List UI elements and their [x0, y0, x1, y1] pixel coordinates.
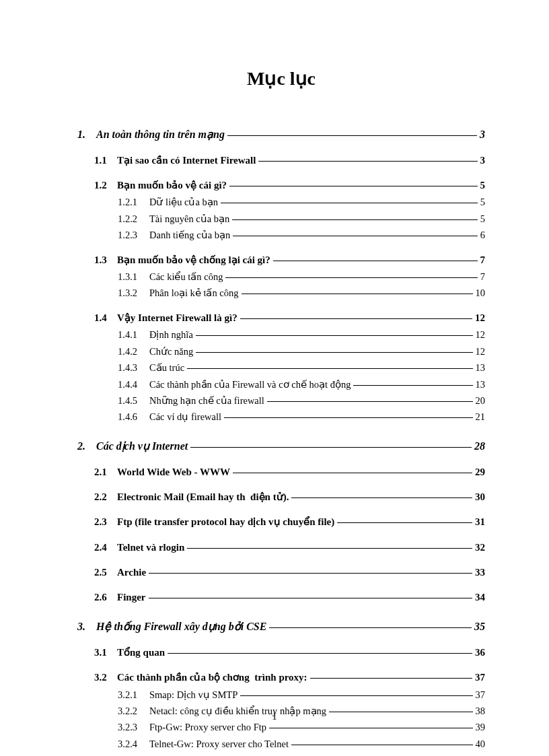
toc-leader: [337, 522, 472, 523]
toc-entry: 2.2Electronic Mail (Email hay th điện tử…: [77, 489, 485, 505]
toc-entry-page: 37: [475, 670, 485, 685]
toc-entry-number: 1.4.6: [118, 409, 149, 424]
toc-entry-label: Dữ liệu của bạn: [149, 195, 218, 209]
toc-entry-page: 40: [476, 736, 486, 751]
toc-entry-page: 5: [480, 178, 486, 193]
toc-entry-number: 1.3.1: [118, 269, 149, 284]
toc-entry-page: 33: [475, 565, 485, 580]
toc-leader: [269, 728, 473, 728]
toc-entry-label: Danh tiếng của bạn: [149, 228, 230, 242]
toc-entry-label: Tại sao cần có Internet Firewall: [117, 153, 256, 168]
toc-entry-number: 1.: [77, 127, 96, 143]
toc-entry-page: 37: [476, 687, 486, 702]
toc-entry-label: Smap: Dịch vụ SMTP: [149, 687, 237, 702]
toc-entry-page: 7: [480, 269, 485, 284]
toc-entry-number: 1.4.2: [118, 344, 149, 359]
toc-entry-label: Tổng quan: [117, 645, 165, 660]
toc-entry-page: 3: [480, 153, 486, 168]
toc-leader: [168, 653, 472, 654]
toc-entry-label: An toàn thông tin trên mạng: [96, 127, 225, 143]
toc-entry-number: 2.3: [94, 514, 117, 530]
toc-entry: 1.3.2Phân loại kẻ tấn công10: [77, 285, 485, 300]
toc-entry-page: 21: [476, 409, 486, 424]
toc-entry-label: Bạn muốn bảo vệ cái gì?: [117, 178, 227, 193]
toc-entry: 2.5Archie33: [77, 565, 485, 580]
table-of-contents: 1. An toàn thông tin trên mạng31.1Tại sa…: [77, 127, 485, 756]
toc-entry: 1.4.4Các thành phần của Firewall và cơ c…: [77, 377, 485, 392]
toc-entry: 1.2Bạn muốn bảo vệ cái gì?5: [77, 178, 485, 193]
toc-entry-label: Ftp (file transfer protocol hay dịch vụ …: [117, 514, 334, 530]
toc-entry-number: 1.1: [94, 153, 117, 168]
toc-entry-label: Finger: [117, 590, 146, 605]
toc-leader: [196, 352, 472, 353]
toc-entry-number: 1.2: [94, 178, 117, 193]
toc-entry-number: 2.: [77, 438, 96, 455]
toc-entry-page: 10: [476, 285, 486, 300]
toc-entry-page: 41: [476, 753, 486, 756]
toc-leader: [233, 236, 478, 236]
toc-leader: [258, 161, 477, 162]
toc-entry-label: Định nghĩa: [149, 327, 193, 342]
toc-entry: 3.2.1Smap: Dịch vụ SMTP37: [77, 687, 485, 702]
toc-leader: [267, 401, 473, 402]
toc-entry-number: 3.2.1: [118, 687, 149, 702]
toc-entry-page: 31: [475, 514, 485, 530]
toc-leader: [224, 417, 472, 418]
toc-entry-page: 7: [480, 252, 486, 268]
toc-leader: [232, 219, 477, 220]
toc-entry-number: 3.: [77, 619, 96, 635]
toc-entry-page: 13: [476, 360, 486, 375]
toc-leader: [242, 294, 473, 294]
toc-entry-label: Vậy Internet Firewall là gì?: [117, 310, 237, 326]
toc-entry: 2.4Telnet và rlogin32: [77, 540, 485, 555]
toc-entry: 1. An toàn thông tin trên mạng3: [77, 127, 485, 143]
toc-entry-label: Hệ thống Firewall xây dựng bởi CSE: [96, 619, 266, 635]
toc-leader: [225, 277, 477, 278]
toc-entry: 1.1Tại sao cần có Internet Firewall3: [77, 153, 485, 168]
toc-entry-page: 30: [475, 489, 485, 505]
toc-entry-page: 12: [476, 327, 486, 342]
toc-leader: [269, 627, 472, 628]
toc-entry: 3.2.4Telnet-Gw: Proxy server cho Telnet4…: [77, 736, 485, 751]
toc-entry-label: Chức năng: [149, 344, 193, 359]
toc-leader: [149, 598, 473, 598]
toc-entry-label: Các dịch vụ Internet: [96, 438, 188, 455]
toc-leader: [291, 497, 472, 498]
toc-entry-number: 1.3: [94, 252, 117, 268]
toc-entry-number: 3.2: [94, 670, 117, 685]
page-title: Mục lục: [77, 67, 485, 90]
toc-entry: 3.2Các thành phần của bộ chơng trình pro…: [77, 670, 485, 685]
toc-entry-page: 3: [480, 127, 485, 143]
toc-entry-label: World Wide Web - WWW: [117, 465, 230, 480]
toc-entry-number: 2.2: [94, 489, 117, 505]
toc-entry: 1.4.6Các ví dụ firewall21: [77, 409, 485, 424]
toc-entry-label: Cấu trúc: [149, 360, 184, 375]
toc-entry: 1.4.2Chức năng12: [77, 344, 485, 359]
page-number: 1: [0, 711, 549, 722]
toc-entry-number: 1.2.2: [118, 211, 149, 226]
toc-entry: 3. Hệ thống Firewall xây dựng bởi CSE35: [77, 619, 485, 635]
toc-entry-label: Các thành phần của Firewall và cơ chế ho…: [149, 377, 351, 392]
toc-entry-label: Electronic Mail (Email hay th điện tử).: [117, 489, 289, 505]
toc-leader: [221, 203, 478, 203]
toc-entry-page: 12: [475, 310, 485, 326]
toc-leader: [353, 385, 472, 386]
toc-entry-number: 1.4.5: [118, 393, 149, 408]
toc-leader: [187, 548, 472, 549]
toc-entry-page: 5: [480, 195, 485, 209]
toc-entry-label: Rlogin-Gw: Proxy server cho rlogin: [149, 753, 290, 756]
toc-entry: 2. Các dịch vụ Internet28: [77, 438, 485, 455]
toc-entry-label: Telnet-Gw: Proxy server cho Telnet: [149, 736, 289, 751]
toc-leader: [233, 473, 472, 473]
toc-leader: [240, 318, 472, 319]
toc-entry-page: 6: [480, 228, 485, 242]
toc-leader: [149, 573, 472, 574]
toc-entry-number: 1.2.3: [118, 228, 149, 242]
toc-entry-label: Các thành phần của bộ chơng trình proxy:: [117, 670, 307, 685]
toc-entry-page: 29: [475, 465, 485, 480]
toc-entry: 1.2.3Danh tiếng của bạn6: [77, 228, 485, 242]
toc-entry-number: 3.2.4: [118, 736, 149, 751]
toc-entry: 1.2.1Dữ liệu của bạn5: [77, 195, 485, 209]
toc-entry: 1.3Bạn muốn bảo vệ chống lại cái gì?7: [77, 252, 485, 268]
toc-leader: [240, 695, 472, 696]
